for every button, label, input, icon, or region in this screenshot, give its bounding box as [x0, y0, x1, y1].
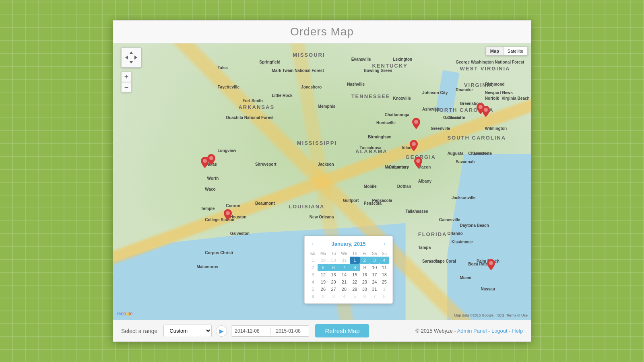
cal-week-num: 6 — [308, 293, 318, 300]
date-separator: | — [268, 327, 272, 335]
footer-copyright: © 2015 Webyze - — [415, 328, 457, 334]
cal-day[interactable]: 16 — [360, 271, 369, 278]
cal-day[interactable]: 6 — [328, 264, 338, 271]
cal-day[interactable]: 30 — [360, 286, 369, 293]
nav-up-arrow[interactable] — [129, 51, 133, 54]
cal-day[interactable]: 31 — [339, 257, 350, 264]
cal-day[interactable]: 4 — [380, 257, 390, 264]
cal-week-num: 4 — [308, 278, 318, 286]
cal-day[interactable]: 21 — [339, 278, 350, 286]
cal-day[interactable]: 10 — [369, 264, 379, 271]
cal-day[interactable]: 4 — [339, 293, 350, 300]
cal-day[interactable]: 5 — [318, 264, 328, 271]
google-logo: Google — [117, 311, 133, 317]
date-range-inputs: | — [231, 325, 309, 337]
svg-point-2 — [226, 211, 230, 215]
cal-day[interactable]: 14 — [339, 271, 350, 278]
map-pin-pin3[interactable] — [224, 209, 232, 220]
calendar-prev-button[interactable]: ← — [308, 239, 319, 248]
help-link[interactable]: Help — [512, 328, 523, 334]
cal-day[interactable]: 3 — [328, 293, 338, 300]
svg-point-0 — [203, 159, 207, 163]
admin-panel-link[interactable]: Admin Panel — [457, 328, 487, 334]
main-container: Orders Map ARKANSASMISSISSIPPITENNESSEEA… — [113, 20, 531, 342]
cal-day[interactable]: 8 — [380, 293, 390, 300]
zoom-in-button[interactable]: + — [121, 72, 132, 82]
map-pin-pin6[interactable] — [482, 106, 490, 117]
cal-day[interactable]: 7 — [339, 264, 350, 271]
svg-point-5 — [484, 108, 488, 112]
footer-sep1: - — [488, 328, 491, 334]
cal-day[interactable]: 15 — [350, 271, 359, 278]
cal-day[interactable]: 17 — [369, 271, 379, 278]
nav-right-arrow[interactable] — [134, 56, 137, 60]
cal-day[interactable]: 28 — [339, 286, 350, 293]
cal-day[interactable]: 20 — [328, 278, 338, 286]
svg-point-6 — [412, 142, 416, 146]
cal-day[interactable]: 29 — [318, 257, 328, 264]
cal-day[interactable]: 30 — [328, 257, 338, 264]
cal-day[interactable]: 6 — [360, 293, 369, 300]
cal-day[interactable]: 3 — [369, 257, 379, 264]
cal-day[interactable]: 9 — [360, 264, 369, 271]
svg-point-3 — [414, 120, 418, 124]
range-select[interactable]: CustomTodayLast 7 DaysLast 30 DaysThis M… — [163, 325, 212, 337]
cal-day[interactable]: 2 — [360, 257, 369, 264]
cal-day[interactable]: 13 — [328, 271, 338, 278]
map-nav-control[interactable] — [121, 47, 141, 68]
cal-day[interactable]: 5 — [350, 293, 359, 300]
logout-link[interactable]: Logout — [491, 328, 508, 334]
map-pin-pin4[interactable] — [412, 118, 420, 129]
date-end-input[interactable] — [272, 326, 309, 336]
calendar-overlay: ← January, 2015 → wkMoTuWeThFrSaSu129303… — [304, 236, 393, 304]
cal-week-num: 1 — [308, 257, 318, 264]
cal-day[interactable]: 25 — [380, 278, 390, 286]
date-start-input[interactable] — [231, 326, 268, 336]
cal-day[interactable]: 19 — [318, 278, 328, 286]
zoom-out-button[interactable]: − — [121, 82, 132, 93]
map-credits: Map data ©2015 Google, INEGI Terms of Us… — [454, 313, 528, 317]
cal-day[interactable]: 1 — [380, 286, 390, 293]
cal-day[interactable]: 26 — [318, 286, 328, 293]
cal-day[interactable]: 24 — [369, 278, 379, 286]
map-pin-pin9[interactable] — [487, 259, 495, 270]
calendar-month-title: January, 2015 — [331, 241, 365, 247]
cal-day[interactable]: 8 — [350, 264, 359, 271]
cal-day[interactable]: 2 — [318, 293, 328, 300]
cal-day[interactable]: 29 — [350, 286, 359, 293]
bottom-toolbar: Select a range CustomTodayLast 7 DaysLas… — [113, 320, 531, 341]
range-arrow-button[interactable]: ▶ — [216, 325, 227, 337]
svg-point-1 — [209, 156, 213, 160]
refresh-map-button[interactable]: Refresh Map — [315, 324, 369, 337]
cal-day[interactable]: 23 — [360, 278, 369, 286]
zoom-controls: + − — [121, 72, 132, 93]
cal-day[interactable]: 27 — [328, 286, 338, 293]
cal-week-num: 3 — [308, 271, 318, 278]
nav-left-arrow[interactable] — [125, 56, 128, 60]
title-bar: Orders Map — [113, 21, 531, 43]
map-type-control: Map Satellite — [486, 47, 528, 56]
cal-day[interactable]: 22 — [350, 278, 359, 286]
cal-week-num: 2 — [308, 264, 318, 271]
nav-down-arrow[interactable] — [129, 61, 133, 64]
map-type-satellite-button[interactable]: Satellite — [503, 47, 527, 55]
cal-day[interactable]: 11 — [380, 264, 390, 271]
calendar-header: ← January, 2015 → — [308, 239, 389, 248]
svg-point-7 — [416, 159, 420, 163]
cal-day[interactable]: 1 — [350, 257, 359, 264]
select-range-label: Select a range — [121, 328, 157, 334]
map-area[interactable]: ARKANSASMISSISSIPPITENNESSEEALABAMAGEORG… — [113, 43, 531, 320]
cal-day[interactable]: 12 — [318, 271, 328, 278]
cal-day[interactable]: 7 — [369, 293, 379, 300]
svg-point-8 — [489, 261, 493, 265]
map-pin-pin2[interactable] — [207, 154, 215, 165]
map-pin-pin7[interactable] — [410, 140, 418, 151]
map-type-map-button[interactable]: Map — [486, 47, 503, 55]
calendar-table: wkMoTuWeThFrSaSu129303112342567891011312… — [308, 251, 389, 300]
map-pin-pin8[interactable] — [414, 157, 422, 168]
footer-links: © 2015 Webyze - Admin Panel - Logout - H… — [415, 328, 523, 334]
cal-day[interactable]: 18 — [380, 271, 390, 278]
calendar-next-button[interactable]: → — [378, 239, 389, 248]
cal-day[interactable]: 31 — [369, 286, 379, 293]
nav-arrows — [125, 51, 137, 64]
